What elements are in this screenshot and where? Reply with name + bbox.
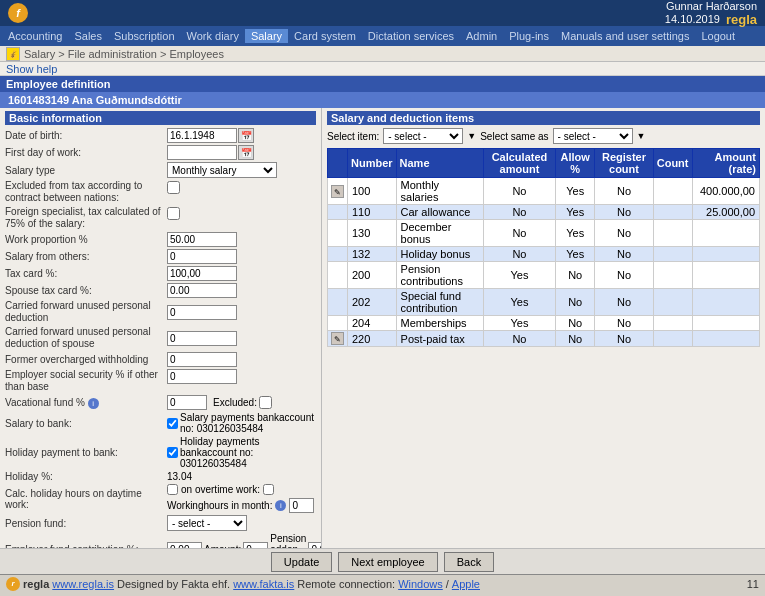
work-prop-input[interactable]	[167, 232, 237, 247]
salary-others-label: Salary from others:	[5, 251, 167, 262]
cell-allow: Yes	[556, 178, 595, 205]
employer-social-input[interactable]	[167, 369, 237, 384]
cell-name: Car allowance	[396, 205, 483, 220]
cell-count	[653, 331, 692, 347]
show-help-link[interactable]: Show help	[6, 63, 57, 75]
nav-cardsystem[interactable]: Card system	[288, 29, 362, 43]
salary-others-input[interactable]	[167, 249, 237, 264]
salary-type-label: Salary type	[5, 165, 167, 176]
right-panel: Salary and deduction items Select item: …	[322, 108, 765, 548]
pension-addon-input[interactable]	[308, 542, 322, 548]
vacational-row: Vacational fund % i Excluded:	[5, 395, 316, 410]
cell-allow: No	[556, 262, 595, 289]
row-icon-cell	[328, 247, 348, 262]
spouse-tax-input[interactable]	[167, 283, 237, 298]
table-row[interactable]: ✎100Monthly salariesNoYesNo400.000,00	[328, 178, 760, 205]
cell-register: No	[595, 220, 653, 247]
table-row[interactable]: 110Car allowanceNoYesNo25.000,00	[328, 205, 760, 220]
carry-personal-label: Carried forward unused personal deductio…	[5, 300, 167, 324]
tax-card-row: Tax card %:	[5, 266, 316, 281]
excluded-checkbox[interactable]	[259, 396, 272, 409]
arrow-down2-icon: ▼	[637, 131, 646, 141]
row-icon-cell	[328, 289, 348, 316]
salary-type-select[interactable]: Monthly salary	[167, 162, 277, 178]
table-row[interactable]: 200Pension contributionsYesNoNo	[328, 262, 760, 289]
cell-calculated: No	[483, 220, 555, 247]
on-overtime-checkbox[interactable]	[263, 484, 274, 495]
cell-calculated: No	[483, 205, 555, 220]
nav-bar: Accounting Sales Subscription Work diary…	[0, 26, 765, 46]
col-calculated: Calculated amount	[483, 149, 555, 178]
working-hours-input[interactable]	[289, 498, 314, 513]
dob-calendar-icon[interactable]: 📅	[238, 128, 254, 143]
select-same-select[interactable]: - select -	[553, 128, 633, 144]
row-edit-icon[interactable]: ✎	[331, 332, 344, 345]
foreign-spec-checkbox[interactable]	[167, 207, 180, 220]
status-apple-link[interactable]: Apple	[452, 578, 480, 590]
salary-bank-value: Salary payments bankaccount no: 03012603…	[180, 412, 316, 434]
regla-logo: regla	[726, 12, 757, 27]
cell-register: No	[595, 247, 653, 262]
calc-holiday-checkbox[interactable]	[167, 484, 178, 495]
nav-dictation[interactable]: Dictation services	[362, 29, 460, 43]
breadcrumb: Salary > File administration > Employees	[24, 48, 224, 60]
select-item-select[interactable]: - select -	[383, 128, 463, 144]
work-prop-row: Work proportion %	[5, 232, 316, 247]
nav-sales[interactable]: Sales	[68, 29, 108, 43]
working-hours-label: Workinghours in month:	[167, 500, 272, 511]
table-row[interactable]: 130December bonusNoYesNo	[328, 220, 760, 247]
table-row[interactable]: 204MembershipsYesNoNo	[328, 316, 760, 331]
update-button[interactable]: Update	[271, 552, 332, 572]
nav-salary[interactable]: Salary	[245, 29, 288, 43]
nav-plugins[interactable]: Plug-ins	[503, 29, 555, 43]
first-day-calendar-icon[interactable]: 📅	[238, 145, 254, 160]
cell-amount	[692, 331, 760, 347]
excluded-tax-checkbox[interactable]	[167, 181, 180, 194]
col-register: Register count	[595, 149, 653, 178]
vacational-input[interactable]	[167, 395, 207, 410]
cell-allow: Yes	[556, 220, 595, 247]
table-row[interactable]: ✎220Post-paid taxNoNoNo	[328, 331, 760, 347]
arrow-down-icon: ▼	[467, 131, 476, 141]
nav-subscription[interactable]: Subscription	[108, 29, 181, 43]
dob-input[interactable]	[167, 128, 237, 143]
carry-spouse-input[interactable]	[167, 331, 237, 346]
calc-holiday-row: Calc. holiday hours on daytime work: on …	[5, 484, 316, 513]
cell-calculated: Yes	[483, 289, 555, 316]
status-site-link[interactable]: www.regla.is	[52, 578, 114, 590]
nav-workdiary[interactable]: Work diary	[181, 29, 245, 43]
status-fakta-link[interactable]: www.fakta.is	[233, 578, 294, 590]
salary-items-header: Salary and deduction items	[327, 111, 760, 125]
holiday-pct-row: Holiday %: 13.04	[5, 471, 316, 482]
left-panel: Basic information Date of birth: 📅 First…	[0, 108, 322, 548]
info-icon2[interactable]: i	[275, 500, 286, 511]
pension-fund-select[interactable]: - select -	[167, 515, 247, 531]
tax-card-input[interactable]	[167, 266, 237, 281]
status-windows-link[interactable]: Windows	[398, 578, 443, 590]
first-day-label: First day of work:	[5, 147, 167, 158]
overcharged-input[interactable]	[167, 352, 237, 367]
first-day-input[interactable]	[167, 145, 237, 160]
employer-fund-input[interactable]	[167, 542, 202, 548]
carry-spouse-row: Carried forward unused personal deductio…	[5, 326, 316, 350]
table-row[interactable]: 132Holiday bonusNoYesNo	[328, 247, 760, 262]
salary-bank-checkbox[interactable]	[167, 418, 178, 429]
nav-manuals[interactable]: Manuals and user settings	[555, 29, 695, 43]
amount-input[interactable]	[243, 542, 268, 548]
back-button[interactable]: Back	[444, 552, 494, 572]
next-employee-button[interactable]: Next employee	[338, 552, 437, 572]
employer-fund-label: Employer fund contribution %:	[5, 544, 167, 548]
holiday-bank-checkbox[interactable]	[167, 447, 178, 458]
row-edit-icon[interactable]: ✎	[331, 185, 344, 198]
nav-accounting[interactable]: Accounting	[2, 29, 68, 43]
cell-amount: 25.000,00	[692, 205, 760, 220]
cell-amount	[692, 247, 760, 262]
nav-admin[interactable]: Admin	[460, 29, 503, 43]
table-row[interactable]: 202Special fund contributionYesNoNo	[328, 289, 760, 316]
carry-personal-input[interactable]	[167, 305, 237, 320]
nav-logout[interactable]: Logout	[695, 29, 741, 43]
amount-label: Amount:	[204, 544, 241, 548]
calc-holiday-label: Calc. holiday hours on daytime work:	[5, 488, 167, 510]
info-icon[interactable]: i	[88, 398, 99, 409]
row-icon-cell	[328, 220, 348, 247]
